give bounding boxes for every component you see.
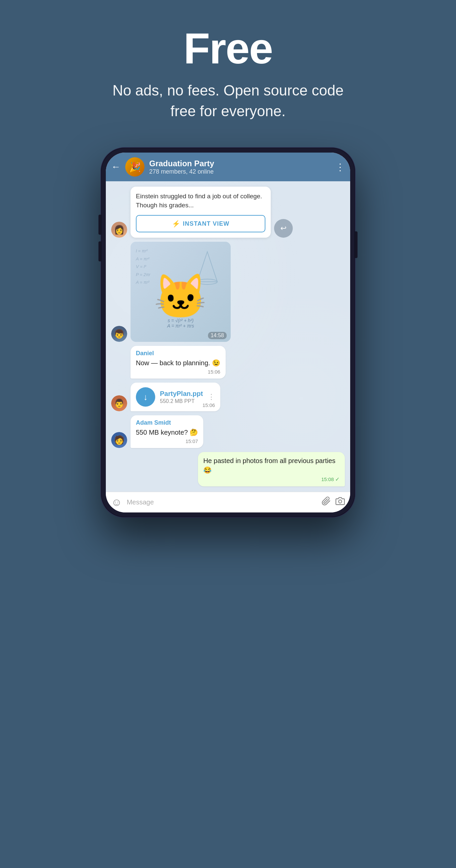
header-menu-button[interactable]: ⋮ bbox=[335, 162, 345, 173]
phone-wrapper: ← 🎉 Graduation Party 278 members, 42 onl… bbox=[101, 148, 355, 517]
file-options-button[interactable]: ⋮ bbox=[208, 393, 215, 401]
instant-view-button[interactable]: ⚡ INSTANT VIEW bbox=[136, 215, 265, 232]
table-row: Daniel Now — back to planning. 😉 15:06 bbox=[111, 346, 345, 379]
volume-up-button bbox=[98, 215, 101, 235]
hero-subtitle: No ads, no fees. Open source code free f… bbox=[111, 80, 345, 121]
message-text: 550 MB keynote? 🤔 bbox=[136, 428, 198, 437]
bolt-icon: ⚡ bbox=[172, 220, 180, 228]
header-info: Graduation Party 278 members, 42 online bbox=[149, 159, 331, 175]
group-meta: 278 members, 42 online bbox=[149, 168, 331, 175]
table-row: 👩 Einstein struggled to find a job out o… bbox=[111, 187, 345, 238]
chat-input-bar: ☺ Message bbox=[106, 492, 350, 513]
back-button[interactable]: ← bbox=[111, 162, 121, 172]
download-button[interactable]: ↓ bbox=[136, 387, 155, 407]
sticker-time: 14:58 bbox=[208, 332, 227, 339]
cat-sticker: 🐱 bbox=[154, 271, 208, 322]
message-input[interactable]: Message bbox=[127, 498, 317, 506]
hero-section: Free No ads, no fees. Open source code f… bbox=[0, 0, 456, 141]
sticker-container: l = πr² A = πr² V = l³ P = 2πr A = πr² bbox=[130, 242, 231, 342]
attach-button[interactable] bbox=[322, 496, 331, 508]
avatar: 🧑 bbox=[111, 432, 127, 448]
message-text: He pasted in photos from all previous pa… bbox=[203, 456, 339, 475]
share-button[interactable]: ↩ bbox=[274, 219, 293, 238]
message-bubble: Daniel Now — back to planning. 😉 15:06 bbox=[130, 346, 226, 379]
message-bubble: Adam Smidt 550 MB keynote? 🤔 15:07 bbox=[130, 415, 203, 448]
phone-shell: ← 🎉 Graduation Party 278 members, 42 onl… bbox=[101, 148, 355, 517]
file-time: 15:06 bbox=[202, 402, 215, 408]
avatar: 👩 bbox=[111, 222, 127, 238]
phone-screen: ← 🎉 Graduation Party 278 members, 42 onl… bbox=[106, 153, 350, 513]
group-avatar: 🎉 bbox=[125, 157, 145, 177]
file-message: ↓ PartyPlan.ppt 550.2 MB PPT ⋮ 15:06 bbox=[130, 382, 220, 411]
svg-point-2 bbox=[338, 500, 341, 503]
message-time: 15:06 bbox=[208, 369, 220, 375]
sticker-background: l = πr² A = πr² V = l³ P = 2πr A = πr² bbox=[130, 242, 231, 342]
message-time: 15:08 bbox=[321, 476, 334, 482]
read-receipt-icon: ✓ bbox=[335, 476, 339, 483]
chat-header: ← 🎉 Graduation Party 278 members, 42 onl… bbox=[106, 153, 350, 181]
message-text: Now — back to planning. 😉 bbox=[136, 358, 220, 368]
instant-view-label: INSTANT VIEW bbox=[183, 220, 230, 227]
message-meta: 15:08 ✓ bbox=[203, 476, 339, 483]
chat-body: 👩 Einstein struggled to find a job out o… bbox=[106, 181, 350, 492]
file-name: PartyPlan.ppt bbox=[160, 390, 203, 398]
table-row: He pasted in photos from all previous pa… bbox=[111, 452, 345, 487]
article-card: Einstein struggled to find a job out of … bbox=[130, 187, 271, 238]
table-row: 👨 ↓ PartyPlan.ppt 550.2 MB PPT ⋮ 15:06 bbox=[111, 382, 345, 411]
article-text: Einstein struggled to find a job out of … bbox=[130, 187, 271, 215]
sticker-message: 👦 l = πr² A = πr² V = l³ P = 2πr bbox=[111, 242, 345, 342]
camera-button[interactable] bbox=[335, 496, 345, 508]
avatar: 👦 bbox=[111, 326, 127, 342]
table-row: 🧑 Adam Smidt 550 MB keynote? 🤔 15:07 bbox=[111, 415, 345, 448]
emoji-button[interactable]: ☺ bbox=[111, 496, 122, 508]
group-name: Graduation Party bbox=[149, 159, 331, 168]
file-info: PartyPlan.ppt 550.2 MB PPT bbox=[160, 390, 203, 404]
outgoing-message-bubble: He pasted in photos from all previous pa… bbox=[198, 452, 345, 487]
message-sender: Daniel bbox=[136, 350, 220, 357]
avatar: 👨 bbox=[111, 395, 127, 411]
message-time: 15:07 bbox=[186, 438, 198, 444]
file-size: 550.2 MB PPT bbox=[160, 398, 203, 404]
message-meta: 15:06 bbox=[136, 369, 220, 375]
hero-title: Free bbox=[13, 27, 443, 70]
message-meta: 15:07 bbox=[136, 438, 198, 444]
power-button bbox=[355, 231, 358, 258]
message-sender: Adam Smidt bbox=[136, 419, 198, 426]
volume-down-button bbox=[98, 241, 101, 261]
